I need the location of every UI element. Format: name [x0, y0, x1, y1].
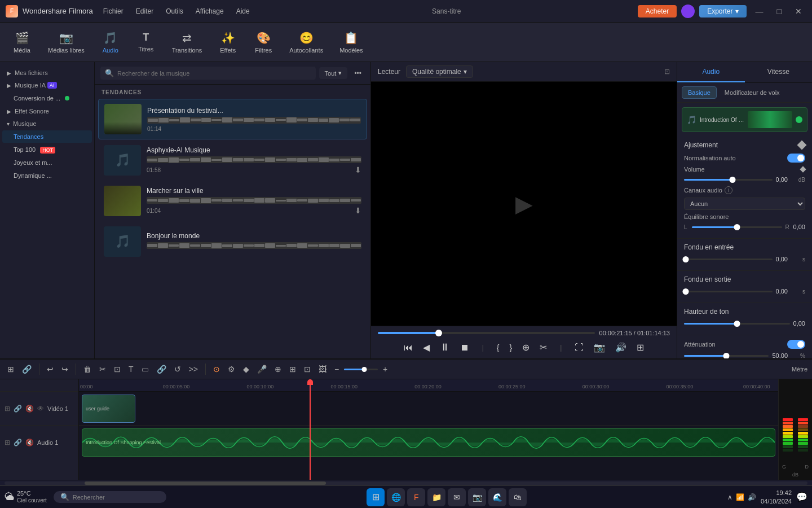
search-input-wrap[interactable]: 🔍	[100, 67, 316, 80]
download-icon-3[interactable]: ⬇	[355, 206, 361, 215]
marker-button[interactable]: ◆	[240, 363, 252, 375]
toolbar-transitions[interactable]: ⇄ Transitions	[165, 28, 209, 57]
video-clip[interactable]: user guide	[82, 395, 135, 423]
taskbar-app-windows[interactable]: ⊞	[367, 488, 385, 506]
network-icon[interactable]: 📶	[736, 493, 744, 501]
add-track-button[interactable]: ⊞	[5, 363, 17, 375]
split-track-button[interactable]: ⊕	[272, 363, 284, 375]
taskbar-app-edge[interactable]: 🌊	[488, 488, 506, 506]
audio-add-icon[interactable]: ⊞	[5, 439, 10, 446]
sidebar-item-tendances[interactable]: Tendances	[2, 130, 92, 143]
more-tools-button[interactable]: >>	[186, 363, 201, 375]
sidebar-item-mes-fichiers[interactable]: ▶ Mes fichiers	[0, 67, 94, 79]
rewind-button[interactable]: ⏮	[402, 341, 414, 354]
fondu-sortie-slider[interactable]	[684, 291, 773, 292]
music-item-3[interactable]: Marcher sur la ville 01:04 ⬇	[98, 181, 367, 221]
hauteur-slider-thumb[interactable]	[734, 321, 740, 327]
export-button[interactable]: Exporter ▾	[699, 5, 746, 17]
taskbar-app-camera[interactable]: 📷	[468, 488, 486, 506]
hauteur-slider[interactable]	[684, 323, 790, 325]
audio-toggle-button[interactable]: 🔊	[614, 340, 628, 354]
quality-button[interactable]: Qualité optimale ▾	[406, 65, 473, 78]
link-tracks-button[interactable]: 🔗	[19, 363, 34, 375]
taskbar-app-store[interactable]: 🛍	[509, 488, 527, 506]
picture-button[interactable]: 🖼	[316, 363, 329, 375]
zoom-out-button[interactable]: −	[332, 363, 342, 375]
cut-button[interactable]: ✂	[96, 363, 109, 375]
equilibre-slider[interactable]	[692, 226, 782, 228]
preview-expand-icon[interactable]: ⊡	[664, 68, 670, 76]
tray-up-icon[interactable]: ∧	[727, 493, 732, 501]
close-button[interactable]: ✕	[791, 6, 806, 17]
music-item-1[interactable]: Présentation du festival... 01:14	[98, 99, 367, 139]
add-to-timeline-button[interactable]: ⊕	[520, 340, 531, 354]
toolbar-media[interactable]: 🎬 Média	[6, 28, 38, 57]
fullscreen-button[interactable]: ⛶	[573, 341, 585, 354]
music-item-2[interactable]: 🎵 Asphyxie-AI Musique 01:58 ⬇	[98, 141, 367, 180]
pause-button[interactable]: ⏸	[438, 340, 452, 355]
menu-fichier[interactable]: Fichier	[98, 5, 129, 17]
prop-title-ajustement[interactable]: Ajustement	[684, 141, 805, 149]
transform-button[interactable]: ↺	[171, 363, 184, 375]
split-button[interactable]: ✂	[538, 340, 549, 354]
scroll-thumb[interactable]	[85, 481, 325, 485]
music-item-4[interactable]: 🎵 Bonjour le monde	[98, 222, 367, 261]
play-prev-button[interactable]: ◀	[421, 340, 431, 354]
maximize-button[interactable]: □	[773, 6, 786, 17]
download-icon-2[interactable]: ⬇	[355, 165, 361, 174]
volume-slider-thumb[interactable]	[730, 177, 736, 183]
filter-dropdown[interactable]: Tout ▾	[319, 67, 348, 79]
menu-outils[interactable]: Outils	[160, 5, 189, 17]
sidebar-item-joyeux[interactable]: Joyeux et m...	[2, 156, 92, 169]
menu-editer[interactable]: Editer	[130, 5, 159, 17]
sidebar-item-musique[interactable]: ▾ Musique	[0, 117, 94, 130]
equilibre-slider-thumb[interactable]	[734, 224, 740, 230]
mic-button[interactable]: 🎤	[254, 363, 270, 375]
toolbar-modeles[interactable]: 📋 Modèles	[333, 28, 370, 57]
attenuation-toggle[interactable]	[787, 340, 805, 349]
menu-affichage[interactable]: Affichage	[190, 5, 230, 17]
text-tool-button[interactable]: T	[126, 363, 136, 375]
sidebar-item-top100[interactable]: Top 100 HOT	[2, 143, 92, 156]
video-link-icon[interactable]: 🔗	[14, 405, 22, 413]
menu-aide[interactable]: Aide	[231, 5, 255, 17]
stop-button[interactable]: ⏹	[458, 341, 471, 354]
fondu-sortie-thumb[interactable]	[683, 288, 689, 295]
preview-progress-thumb[interactable]	[435, 330, 442, 336]
settings-button[interactable]: ⚙	[225, 363, 238, 375]
canaux-select[interactable]: Aucun	[684, 198, 805, 210]
volume-tray-icon[interactable]: 🔊	[748, 493, 756, 501]
taskbar-search-bar[interactable]: 🔍 Rechercher	[54, 491, 166, 503]
notifications-icon[interactable]: 💬	[796, 492, 807, 502]
toolbar-filtres[interactable]: 🎨 Filtres	[247, 28, 280, 57]
undo-button[interactable]: ↩	[44, 363, 56, 375]
mark-in-button[interactable]: {	[495, 341, 501, 354]
video-eye-icon[interactable]: 👁	[37, 405, 44, 413]
group-button[interactable]: ⊞	[286, 363, 299, 375]
taskbar-app-mail[interactable]: ✉	[448, 488, 466, 506]
fondu-entree-thumb[interactable]	[683, 256, 689, 262]
audio-link-icon[interactable]: 🔗	[14, 439, 22, 446]
meter-label[interactable]: Mètre	[792, 366, 807, 373]
playhead-button[interactable]: ⊙	[210, 363, 223, 375]
zoom-in-button[interactable]: +	[380, 363, 390, 375]
sidebar-item-effet-sonore[interactable]: ▶ Effet Sonore	[0, 105, 94, 117]
preview-progress-bar[interactable]	[378, 332, 595, 334]
normalisation-toggle[interactable]	[787, 154, 805, 163]
subtab-modif-voix[interactable]: Modificateur de voix	[719, 86, 785, 99]
toolbar-audio[interactable]: 🎵 Audio	[94, 28, 127, 57]
toolbar-medias-libres[interactable]: 📷 Médias libres	[41, 28, 91, 57]
zoom-slider[interactable]	[344, 369, 378, 370]
fondu-entree-slider[interactable]	[684, 259, 773, 260]
audio-clip[interactable]: Introduction Of Shopping Festival	[82, 428, 775, 457]
search-input[interactable]	[117, 70, 311, 77]
tab-audio[interactable]: Audio	[677, 62, 745, 82]
taskbar-app-chrome[interactable]: 🌐	[387, 488, 405, 506]
clock[interactable]: 19:42 04/10/2024	[761, 489, 792, 505]
rect-tool-button[interactable]: ▭	[139, 363, 152, 375]
subtab-basique[interactable]: Basique	[682, 86, 717, 99]
volume-slider[interactable]	[684, 179, 773, 181]
audio-mute-timeline-icon[interactable]: 🔇	[25, 439, 34, 446]
snapshot-button[interactable]: 📷	[592, 340, 607, 354]
video-add-icon[interactable]: ⊞	[5, 405, 10, 413]
